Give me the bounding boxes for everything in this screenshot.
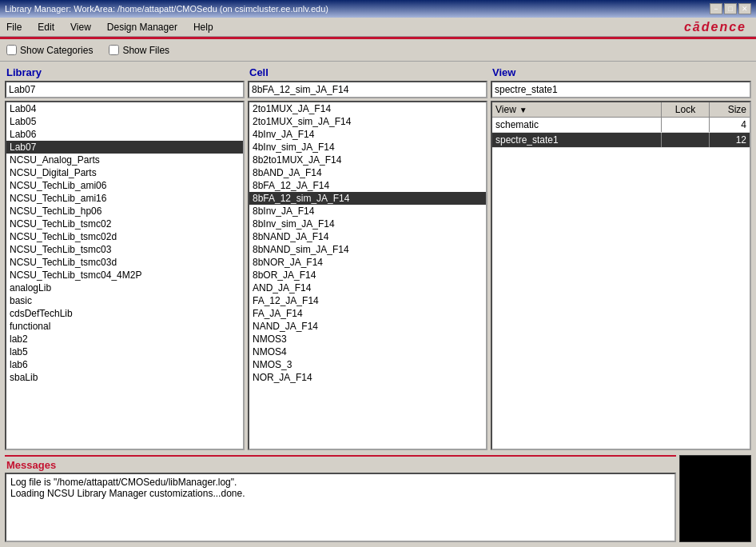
view-cell-view: spectre_state1	[492, 133, 662, 147]
cell-list-item[interactable]: NMOS4	[249, 345, 486, 358]
view-panel: View View ▼ Lock Size schematic4spectre_…	[491, 66, 751, 450]
toolbar: Show Categories Show Files	[0, 39, 756, 62]
show-files-checkbox[interactable]	[109, 45, 119, 55]
sort-arrow: ▼	[519, 106, 527, 114]
view-table-header: View ▼ Lock Size	[492, 102, 750, 118]
library-list-item[interactable]: NCSU_TechLib_hp06	[6, 205, 243, 218]
cell-list-item[interactable]: NAND_JA_F14	[249, 320, 486, 333]
show-categories-label[interactable]: Show Categories	[6, 45, 93, 56]
library-list-item[interactable]: NCSU_TechLib_tsmc02d	[6, 230, 243, 243]
cell-list[interactable]: 2to1MUX_JA_F142to1MUX_sim_JA_F144bInv_JA…	[248, 101, 487, 450]
cadence-logo: cādence	[684, 20, 753, 34]
title-bar-buttons: − □ ✕	[710, 3, 751, 14]
library-list-item[interactable]: Lab07	[6, 141, 243, 154]
cell-list-item[interactable]: FA_12_JA_F14	[249, 294, 486, 307]
messages-panel: Messages Log file is "/home/attapatt/CMO…	[5, 455, 676, 542]
library-list-item[interactable]: lab6	[6, 358, 243, 371]
library-list-item[interactable]: analogLib	[6, 281, 243, 294]
view-cell-size: 4	[710, 118, 750, 132]
cell-list-item[interactable]: 8bNAND_JA_F14	[249, 230, 486, 243]
close-button[interactable]: ✕	[738, 3, 751, 14]
view-cell-lock	[662, 133, 710, 147]
library-list-item[interactable]: functional	[6, 320, 243, 333]
library-list-item[interactable]: lab5	[6, 345, 243, 358]
menu-items: File Edit View Design Manager Help	[3, 20, 217, 34]
title-bar: Library Manager: WorkArea: /home/attapat…	[0, 0, 756, 18]
cell-list-item[interactable]: 2to1MUX_sim_JA_F14	[249, 115, 486, 128]
menu-file[interactable]: File	[3, 20, 25, 34]
cell-list-item[interactable]: 8bFA_12_JA_F14	[249, 179, 486, 192]
col-lock-header: Lock	[662, 102, 710, 117]
view-cell-size: 12	[710, 133, 750, 147]
cell-list-item[interactable]: 8bOR_JA_F14	[249, 269, 486, 281]
view-table-row[interactable]: schematic4	[492, 118, 750, 133]
minimize-button[interactable]: −	[710, 3, 722, 14]
cell-list-item[interactable]: AND_JA_F14	[249, 281, 486, 294]
menu-edit[interactable]: Edit	[34, 20, 58, 34]
library-list-item[interactable]: NCSU_TechLib_ami16	[6, 192, 243, 205]
main-content: Library Lab04Lab05Lab06Lab07NCSU_Analog_…	[0, 62, 756, 547]
library-list-item[interactable]: NCSU_Analog_Parts	[6, 154, 243, 166]
view-table-row[interactable]: spectre_state112	[492, 133, 750, 148]
cell-list-item[interactable]: 8bFA_12_sim_JA_F14	[249, 192, 486, 205]
menu-help[interactable]: Help	[190, 20, 217, 34]
cell-list-item[interactable]: NOR_JA_F14	[249, 371, 486, 384]
menu-view[interactable]: View	[67, 20, 94, 34]
messages-section: Messages Log file is "/home/attapatt/CMO…	[0, 455, 756, 547]
message-line: Loading NCSU Library Manager customizati…	[10, 488, 670, 499]
library-list-item[interactable]: NCSU_TechLib_ami06	[6, 179, 243, 192]
view-cell-view: schematic	[492, 118, 662, 132]
library-list-item[interactable]: basic	[6, 294, 243, 307]
library-list-item[interactable]: NCSU_Digital_Parts	[6, 166, 243, 179]
library-list-item[interactable]: NCSU_TechLib_tsmc03	[6, 243, 243, 256]
library-list-item[interactable]: cdsDefTechLib	[6, 307, 243, 320]
library-list-item[interactable]: Lab04	[6, 102, 243, 115]
cell-list-item[interactable]: 4bInv_JA_F14	[249, 128, 486, 141]
messages-title: Messages	[5, 455, 676, 473]
library-list-item[interactable]: Lab05	[6, 115, 243, 128]
library-list-item[interactable]: lab2	[6, 333, 243, 345]
show-categories-checkbox[interactable]	[6, 45, 17, 55]
col-view-header: View ▼	[492, 102, 662, 117]
title-text: Library Manager: WorkArea: /home/attapat…	[5, 4, 328, 14]
panels-row: Library Lab04Lab05Lab06Lab07NCSU_Analog_…	[0, 62, 756, 455]
library-list-item[interactable]: NCSU_TechLib_tsmc02	[6, 218, 243, 230]
menu-bar: File Edit View Design Manager Help cāden…	[0, 18, 756, 37]
show-files-label[interactable]: Show Files	[109, 45, 169, 56]
cell-list-item[interactable]: 8bAND_JA_F14	[249, 166, 486, 179]
cell-list-item[interactable]: 8bNAND_sim_JA_F14	[249, 243, 486, 256]
library-list-item[interactable]: NCSU_TechLib_tsmc04_4M2P	[6, 269, 243, 281]
messages-content: Log file is "/home/attapatt/CMOSedu/libM…	[5, 473, 676, 542]
view-table[interactable]: View ▼ Lock Size schematic4spectre_state…	[491, 101, 751, 450]
view-input[interactable]	[491, 81, 751, 98]
cell-input[interactable]	[248, 81, 487, 98]
show-files-text: Show Files	[122, 45, 169, 56]
cell-list-item[interactable]: 4bInv_sim_JA_F14	[249, 141, 486, 154]
cell-list-item[interactable]: 8b2to1MUX_JA_F14	[249, 154, 486, 166]
cell-title: Cell	[248, 66, 487, 78]
cell-list-item[interactable]: 8bInv_JA_F14	[249, 205, 486, 218]
message-line: Log file is "/home/attapatt/CMOSedu/libM…	[10, 477, 670, 488]
cell-list-item[interactable]: FA_JA_F14	[249, 307, 486, 320]
view-title: View	[491, 66, 751, 78]
cell-list-item[interactable]: NMOS3	[249, 333, 486, 345]
library-title: Library	[5, 66, 245, 78]
cell-list-item[interactable]: 8bNOR_JA_F14	[249, 256, 486, 269]
cell-list-item[interactable]: 2to1MUX_JA_F14	[249, 102, 486, 115]
library-list-item[interactable]: NCSU_TechLib_tsmc03d	[6, 256, 243, 269]
maximize-button[interactable]: □	[724, 3, 737, 14]
col-size-header: Size	[710, 102, 750, 117]
library-panel: Library Lab04Lab05Lab06Lab07NCSU_Analog_…	[5, 66, 245, 450]
library-input[interactable]	[5, 81, 245, 98]
cell-list-item[interactable]: 8bInv_sim_JA_F14	[249, 218, 486, 230]
cell-panel: Cell 2to1MUX_JA_F142to1MUX_sim_JA_F144bI…	[248, 66, 487, 450]
menu-design-manager[interactable]: Design Manager	[104, 20, 181, 34]
library-list-item[interactable]: Lab06	[6, 128, 243, 141]
view-cell-lock	[662, 118, 710, 132]
cell-list-item[interactable]: NMOS_3	[249, 358, 486, 371]
library-list[interactable]: Lab04Lab05Lab06Lab07NCSU_Analog_PartsNCS…	[5, 101, 245, 450]
show-categories-text: Show Categories	[20, 45, 93, 56]
library-list-item[interactable]: sbaLib	[6, 371, 243, 384]
black-box	[679, 455, 751, 542]
